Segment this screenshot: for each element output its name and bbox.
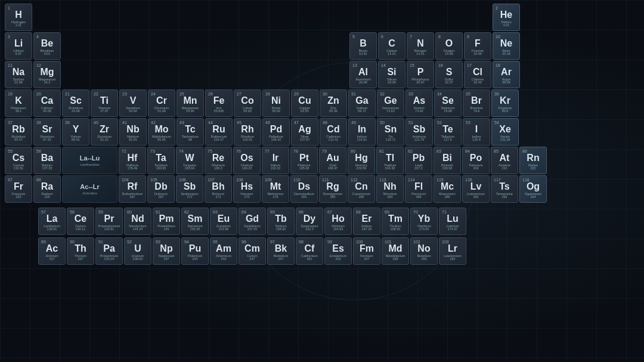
element-ru[interactable]: 44 Ru Ruthenium 101.07	[205, 118, 233, 146]
element-cd[interactable]: 48 Cd Cadmium 112.41	[320, 118, 347, 146]
element-sm[interactable]: 62 Sm Samarium 150.36	[181, 208, 209, 235]
element-h[interactable]: 1 H Hydrogen 1.01	[5, 4, 32, 31]
element-k[interactable]: 19 K Potassium 39.1	[5, 89, 32, 117]
element-og[interactable]: 118 Og Oganesson 294	[519, 175, 547, 203]
element-am[interactable]: 95 Am Americium 243	[210, 237, 237, 265]
element-mo[interactable]: 42 Mo Molybdenum 95.95	[148, 118, 175, 146]
element-ag[interactable]: 47 Ag Silver 107.87	[291, 118, 318, 146]
element-rb[interactable]: 37 Rb Rubidium 85.47	[5, 118, 32, 146]
element-db[interactable]: 105 Db Dubnium 267	[147, 175, 175, 203]
element-cu[interactable]: 29 Cu Copper 63.55	[291, 89, 318, 117]
element-pt[interactable]: 78 Pt Platinum 195.08	[290, 147, 318, 174]
element-os[interactable]: 76 Os Osmium 190.23	[233, 147, 261, 174]
element-mn[interactable]: 25 Mn Manganese 54.94	[177, 89, 204, 117]
element-tb[interactable]: 65 Tb Terbium 158.93	[267, 208, 295, 235]
element-re[interactable]: 75 Re Rhenium 186.2	[205, 147, 232, 174]
element-w[interactable]: 74 W Tungsten 183.84	[176, 147, 203, 174]
element-ar[interactable]: 18 Ar Argon 39.95	[493, 61, 520, 88]
element-pd[interactable]: 46 Pd Palladium 106.42	[262, 118, 290, 146]
element-tm[interactable]: 69 Tm Thulium 168.93	[382, 208, 409, 235]
element-n[interactable]: 7 N Nitrogen 14.01	[407, 32, 434, 60]
element-ra[interactable]: 88 Ra Radium 226	[33, 175, 61, 203]
element-gd[interactable]: 64 Gd Gadolinium 157.25	[239, 208, 266, 235]
element-tc[interactable]: 43 Tc Technetium 98	[177, 118, 204, 146]
element-cf[interactable]: 98 Cf Californium 261	[296, 237, 323, 265]
element-ti[interactable]: 22 Ti Titanium 47.87	[91, 89, 118, 117]
element-ce[interactable]: 58 Ce Cerium 140.11	[67, 208, 94, 235]
element-u[interactable]: 92 U Uranium 238.03	[124, 237, 151, 265]
element-sb[interactable]: 106 Sb Seaborgium 271	[176, 175, 203, 203]
element-lu[interactable]: 71 Lu Lutetium 174.97	[439, 208, 466, 235]
element-cm[interactable]: 96 Cm Curium 247	[239, 237, 266, 265]
element-b[interactable]: 5 B Boron 10.81	[349, 32, 377, 60]
element-ca[interactable]: 20 Ca Calcium 40.08	[33, 89, 61, 117]
element-er[interactable]: 68 Er Erbium 167.26	[353, 208, 380, 235]
element-c[interactable]: 6 C Carbon 12.01	[378, 32, 405, 60]
element-pu[interactable]: 94 Pu Plutonium 244	[181, 237, 209, 265]
element-cr[interactable]: 24 Cr Chromium 51.99	[148, 89, 175, 117]
element-rg[interactable]: 111 Rg Roentgenium 280	[319, 175, 346, 203]
element-no[interactable]: 102 No Nobelium 259	[410, 237, 438, 265]
element-bi[interactable]: 83 Bi Bismuth 208.98	[434, 147, 461, 174]
element-zn[interactable]: 30 Zn Zinc 65.38	[320, 89, 347, 117]
element-kr[interactable]: 36 Kr Kryptone 83.8	[491, 89, 519, 117]
element-sn[interactable]: 50 Sn Tin 118.71	[377, 118, 404, 146]
element-cl[interactable]: 17 Cl Chlorine 35.45	[464, 61, 491, 88]
element-po[interactable]: 84 Po Polonium 209	[462, 147, 490, 174]
element-hf[interactable]: 72 Hf Hafnium 178.49	[119, 147, 146, 174]
element-o[interactable]: 8 O Oxygen 15.99	[435, 32, 463, 60]
element-es[interactable]: 99 Es Einsteinium 252	[324, 237, 352, 265]
element-y[interactable]: 39 Y Yttrium 88.91	[62, 118, 89, 146]
element-fr[interactable]: 87 Fr Francium 223	[5, 175, 32, 203]
element-pm[interactable]: 61 Pm Promethium 145	[153, 208, 180, 235]
element-co[interactable]: 27 Co Cobalt 58.93	[234, 89, 261, 117]
element-ga[interactable]: 31 Ga Gallium 69.72	[348, 89, 376, 117]
element-md[interactable]: 101 Md Mendelevium 258	[382, 237, 409, 265]
element-br[interactable]: 35 Br Bromine 79.9	[463, 89, 490, 117]
element-hs[interactable]: 108 Hs Hassium 270	[233, 175, 261, 203]
element-at[interactable]: 85 At Astatine 210	[491, 147, 518, 174]
element-ho[interactable]: 67 Ho Holmium 164.93	[324, 208, 352, 235]
element-li[interactable]: 3 Li Lithium 6.97	[5, 32, 32, 60]
element-se[interactable]: 34 Se Selenium 78.98	[434, 89, 462, 117]
element-nd[interactable]: 60 Nd Neodymium 144.24	[124, 208, 151, 235]
element-s[interactable]: 16 S Sulfur 32.07	[435, 61, 463, 88]
element-sr[interactable]: 38 Sr Strontium 87.62	[33, 118, 61, 146]
element-ac[interactable]: 89 Ac Actinium 227	[38, 237, 66, 265]
element-mt[interactable]: 109 Mt Meitnerium 278	[262, 175, 289, 203]
element-pr[interactable]: 59 Pr Praseodymium 140.91	[95, 208, 123, 235]
element-au[interactable]: 79 Au Gold 196.97	[319, 147, 346, 174]
element-ts[interactable]: 117 Ts Tennessine 292	[491, 175, 518, 203]
element-pa[interactable]: 91 Pa Protactinium 231.04	[95, 237, 123, 265]
element-np[interactable]: 93 Np Neptunium 237	[153, 237, 180, 265]
element-zr[interactable]: 40 Zr Zirconium 91.22	[91, 118, 118, 146]
element-dy[interactable]: 66 Dy Dysprosium 162.5	[296, 208, 323, 235]
element-pb[interactable]: 82 Pb Lead 207.2	[405, 147, 432, 174]
element-bh[interactable]: 107 Bh Bohrium 272	[205, 175, 232, 203]
element-rf[interactable]: 104 Rf Rutherfordium 267	[119, 175, 146, 203]
element-xe[interactable]: 54 Xe Xenon 131.29	[491, 118, 519, 146]
element-ds[interactable]: 110 Ds Darmstadtium 281	[290, 175, 318, 203]
element-rn[interactable]: 86 Rn Radon 222	[519, 147, 547, 174]
element-i[interactable]: 53 I Iodine 126.9	[463, 118, 490, 146]
element-eu[interactable]: 63 Eu Europium 151.96	[210, 208, 237, 235]
element-ne[interactable]: 10 Ne Neon 20.18	[493, 32, 520, 60]
element-cs[interactable]: 55 Cs Cesium 132.91	[5, 147, 32, 174]
element-fe[interactable]: 26 Fe Iron 55.845	[205, 89, 233, 117]
element-ba[interactable]: 56 Ba Barium 137.33	[33, 147, 61, 174]
element-sb[interactable]: 51 Sb Antimony 121.76	[405, 118, 433, 146]
element-nb[interactable]: 41 Nb Niobium 92.91	[119, 118, 147, 146]
element-tl[interactable]: 81 Tl Thallium 204.38	[376, 147, 404, 174]
element-lv[interactable]: 116 Lv Livermorium 292	[462, 175, 490, 203]
element-th[interactable]: 90 Th Thorium 227	[67, 237, 94, 265]
element-fl[interactable]: 114 Fl Flerovium 289	[405, 175, 432, 203]
element-ni[interactable]: 28 Ni Nickel 58.69	[262, 89, 290, 117]
element-he[interactable]: 2 He Helium 4.01	[493, 4, 520, 31]
element-ir[interactable]: 77 Ir Iridium 192.22	[262, 147, 289, 174]
element-ge[interactable]: 32 Ge Germanium 72.63	[377, 89, 404, 117]
element-al[interactable]: 13 Al Aluminium 26.98	[349, 61, 377, 88]
element-sc[interactable]: 21 Sc Scandium 44.96	[62, 89, 89, 117]
element-la[interactable]: 57 La Lanthanum 138.91	[38, 208, 66, 235]
element-f[interactable]: 9 F Fluorine 18.99	[464, 32, 491, 60]
element-rh[interactable]: 45 Rh Rhodium 102.91	[234, 118, 261, 146]
